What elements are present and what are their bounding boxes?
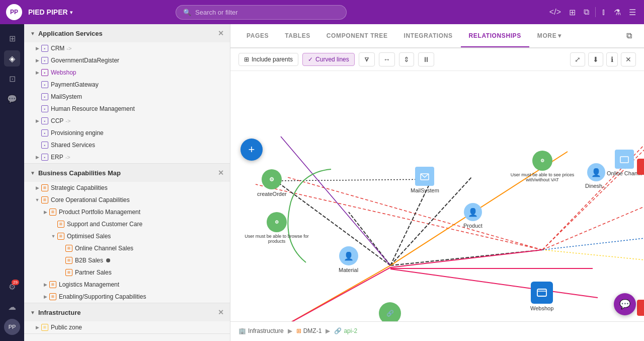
- menu-icon[interactable]: ☰: [627, 6, 638, 19]
- hierarchy-btn[interactable]: ⛛: [359, 52, 375, 66]
- node-user-prices[interactable]: ⚙ User must be able to see prices with/w…: [502, 151, 583, 182]
- sidebar-icon-diagram[interactable]: ◈: [4, 50, 20, 66]
- tab-component-tree[interactable]: COMPONENT TREE: [318, 25, 396, 47]
- sidebar-icon-grid[interactable]: ⊡: [4, 71, 20, 87]
- add-node-btn[interactable]: +: [240, 139, 263, 161]
- tree-item-crm[interactable]: ▶ ▪ CRM ->: [24, 42, 230, 54]
- tab-pages[interactable]: PAGES: [238, 25, 277, 47]
- node-label-product: Product: [463, 223, 482, 229]
- tree-item-core-op[interactable]: ▼ ⊞ Core Operational Capabilities: [24, 194, 230, 206]
- building-icon: 🏢: [238, 327, 246, 334]
- sidebar-icon-avatar[interactable]: PP: [4, 319, 20, 335]
- tree-item-shared[interactable]: ▶ ▪ Shared Services: [24, 139, 230, 151]
- sidebar-icon-chat[interactable]: 💬: [4, 91, 20, 107]
- breadcrumb-infrastructure[interactable]: 🏢 Infrastructure: [238, 327, 284, 334]
- link-ccp[interactable]: ->: [65, 118, 70, 124]
- node-mailsystem[interactable]: MailSystem: [411, 167, 439, 193]
- plus-icon: +: [249, 143, 255, 156]
- sidebar-icon-home[interactable]: ⊞: [4, 30, 20, 46]
- link-crm[interactable]: ->: [66, 45, 71, 51]
- node-dinesh[interactable]: 👤 Dinesh...: [585, 163, 607, 189]
- tree-item-online-ch[interactable]: ▶ ⊞ Online Channel Sales: [24, 242, 230, 254]
- tree-item-webshop[interactable]: ▶ ▪ Webshop: [24, 66, 230, 79]
- node-material[interactable]: 👤 Material: [339, 246, 358, 273]
- download-btn[interactable]: ⬇: [588, 52, 603, 66]
- info-btn[interactable]: ℹ: [606, 52, 618, 66]
- tree-item-erp[interactable]: ▶ ▪ ERP ->: [24, 151, 230, 163]
- dot-b2b: [106, 258, 110, 262]
- breadcrumb-bar: 🏢 Infrastructure ▶ ⊞ DMZ-1 ▶ 🔗 api-2: [230, 321, 644, 339]
- label-b2b: B2B Sales: [75, 257, 103, 264]
- grid-icon[interactable]: ⊞: [567, 6, 578, 19]
- tab-tables[interactable]: TABLES: [277, 25, 318, 47]
- code-icon[interactable]: </>: [547, 6, 563, 19]
- columns-icon[interactable]: ⫿: [600, 6, 608, 19]
- breadcrumb-label-api2: api-2: [344, 327, 357, 334]
- section-close-app[interactable]: ✕: [218, 29, 224, 37]
- tree-item-gov[interactable]: ▶ ▪ GovernmentDataRegister: [24, 54, 230, 66]
- topnav: PP PIED PIPER ▾ 🔍 </> ⊞ ⧉ ⫿ ⚗ ☰: [0, 0, 644, 24]
- node-user-browse[interactable]: ⚙ User must be able to browse for produc…: [244, 212, 309, 244]
- section-infra-header[interactable]: ▼ Infrastructure ✕: [24, 303, 230, 321]
- graph-canvas[interactable]: + ⚙ createOrder MailSystem 👤 Product: [230, 71, 644, 339]
- label-partner: Partner Sales: [75, 269, 112, 276]
- tree-item-enabling[interactable]: ▶ ⊞ Enabling/Supporting Capabilities: [24, 291, 230, 303]
- tree-item-strategic[interactable]: ▶ ⊞ Strategic Capabilities: [24, 182, 230, 194]
- arrow-gov: ▶: [34, 58, 40, 63]
- label-online-ch: Online Channel Sales: [75, 245, 133, 252]
- section-bus-cap-header[interactable]: ▼ Business Capabilities Map ✕: [24, 164, 230, 182]
- node-product[interactable]: 👤 Product: [463, 203, 482, 229]
- section-close-infra[interactable]: ✕: [218, 308, 224, 316]
- tree-item-support[interactable]: ▶ ⊞ Support and Customer Care: [24, 218, 230, 230]
- node-createorder[interactable]: ⚙ createOrder: [257, 169, 287, 197]
- icon-core-op: ⊞: [41, 196, 48, 203]
- tree-item-logistics[interactable]: ▶ ⊞ Logistics Management: [24, 279, 230, 291]
- breadcrumb-api2[interactable]: 🔗 api-2: [334, 327, 357, 334]
- tree-item-public[interactable]: ▶ ⊞ Public zone: [24, 321, 230, 333]
- close-btn[interactable]: ✕: [621, 52, 636, 66]
- breadcrumb-dmz1[interactable]: ⊞ DMZ-1: [296, 327, 322, 334]
- vertical-btn[interactable]: ⇕: [399, 52, 414, 66]
- label-mail: MailSystem: [51, 93, 82, 100]
- label-payment: PaymentGateway: [51, 81, 99, 88]
- sidebar-icon-cloud[interactable]: ☁: [4, 299, 20, 315]
- fit-btn[interactable]: ⤢: [570, 52, 585, 66]
- chat-button[interactable]: 💬: [614, 293, 636, 315]
- brand-name[interactable]: PIED PIPER ▾: [28, 8, 72, 16]
- tree-item-hrm[interactable]: ▶ ▪ Human Resource Management: [24, 103, 230, 115]
- tree-item-opt-sales[interactable]: ▼ ⊞ Optimised Sales: [24, 230, 230, 242]
- icon-payment: ▪: [41, 81, 48, 88]
- icon-online-ch: ⊞: [65, 245, 72, 252]
- icon-prod-port: ⊞: [49, 209, 56, 216]
- sidebar-icon-settings[interactable]: ⚙ 29: [4, 279, 20, 295]
- search-input[interactable]: [195, 9, 339, 16]
- expand-panel-btn[interactable]: ⧉: [622, 29, 636, 43]
- copy-icon[interactable]: ⧉: [582, 6, 591, 19]
- filter-icon[interactable]: ⚗: [612, 6, 623, 19]
- include-parents-btn[interactable]: ⊞ Include parents: [238, 53, 298, 66]
- node-webshop[interactable]: Webshop: [530, 282, 553, 311]
- pause-btn[interactable]: ⏸: [418, 52, 434, 66]
- curved-lines-btn[interactable]: ✓ Curved lines: [302, 53, 355, 66]
- tab-more[interactable]: MORE ▾: [529, 25, 570, 47]
- tree-item-b2b[interactable]: ▶ ⊞ B2B Sales: [24, 254, 230, 266]
- arrows-btn[interactable]: ↔: [379, 52, 395, 66]
- tree-item-prod-port[interactable]: ▶ ⊞ Product Portfolio Management: [24, 206, 230, 218]
- section-close-bus[interactable]: ✕: [218, 169, 224, 177]
- section-app-services-header[interactable]: ▼ Application Services ✕: [24, 24, 230, 42]
- curved-lines-icon: ✓: [308, 56, 313, 63]
- node-box-webshop: [531, 282, 553, 304]
- tree-item-partner[interactable]: ▶ ⊞ Partner Sales: [24, 266, 230, 279]
- tab-integrations[interactable]: INTEGRATIONS: [396, 25, 461, 47]
- tree-item-prov[interactable]: ▶ ▪ Provisioning engine: [24, 127, 230, 139]
- search-icon: 🔍: [183, 9, 191, 16]
- link-erp[interactable]: ->: [65, 154, 70, 160]
- tree-item-mail[interactable]: ▶ ▪ MailSystem: [24, 91, 230, 103]
- tree-item-payment[interactable]: ▶ ▪ PaymentGateway: [24, 79, 230, 91]
- tree-item-ccp[interactable]: ▶ ▪ CCP ->: [24, 115, 230, 127]
- node-label-user-browse: User must be able to browse for products: [244, 234, 309, 244]
- arrow-public: ▶: [34, 325, 40, 330]
- section-arrow-app: ▼: [30, 31, 35, 36]
- label-erp: ERP: [51, 154, 63, 161]
- tab-relationships[interactable]: RELATIONSHIPS: [461, 25, 529, 47]
